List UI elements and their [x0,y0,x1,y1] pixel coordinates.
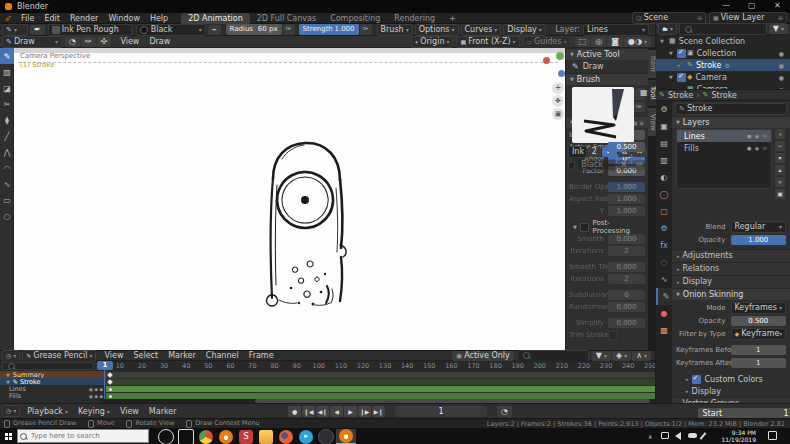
layer-row-lines[interactable]: Lines● ◉ ⊙ [677,130,771,142]
viewport-canvas[interactable]: Camera Perspective (1) Stroke + ✥ ▣ [14,48,565,350]
border-opacity-value[interactable]: 1.000 [608,182,645,192]
overlays-toggle-icon[interactable]: ◎ [591,37,606,47]
taskbar-search[interactable] [17,429,149,443]
start-button[interactable] [5,433,8,436]
view-layer-new-icon[interactable]: ⊞ [778,13,783,23]
mode-dropdown[interactable]: ✎ Draw ▾ [2,36,62,48]
dopesheet-menu-channel[interactable]: Channel [201,351,244,360]
pan-view-icon[interactable]: ✥ [552,95,564,107]
visibility-eye-icon[interactable]: ● [779,62,784,69]
gp-datablock-field[interactable]: ✎ Stroke [675,103,787,115]
smooth-thick-value[interactable]: 0.000 [608,262,645,272]
fill-tool[interactable]: ▨ [0,64,14,80]
brush-id-name[interactable]: Ink Pen Ro.. [568,146,587,158]
popover-options[interactable]: Options▾ [415,24,459,36]
brush-preview[interactable] [572,87,634,143]
properties-tab-world[interactable]: ◯ [656,186,672,203]
viewport-menu-draw[interactable]: Draw [144,37,175,46]
record-button[interactable]: ● [288,406,301,417]
radius-pressure-toggle[interactable]: ✑ [283,24,295,35]
play-button[interactable]: ▶ [344,406,357,417]
iterations-value[interactable]: 2 [608,246,645,256]
gp-toggle-icon-1[interactable]: ◔ [65,37,80,47]
workspace-tab-2d-full-canvas[interactable]: 2D Full Canvas [250,13,323,24]
menu-help[interactable]: Help [145,14,173,23]
workspace-tab-2d-animation[interactable]: 2D Animation [181,13,250,24]
use-preview-range-icon[interactable]: ◔ [497,406,512,417]
zoom-view-icon[interactable]: + [552,82,564,94]
material-pin-icon[interactable]: ✑ [632,160,647,170]
properties-tab-constraints[interactable]: ∿ [656,271,672,288]
move-layer-up-button[interactable]: ▴ [775,165,785,175]
next-keyframe-button[interactable]: ❙▶ [358,406,371,417]
brush-panel-header[interactable]: ▼Brush [566,73,648,85]
keyframe-marker[interactable] [107,372,113,378]
outliner-search-field[interactable] [679,23,767,35]
minimize-button[interactable]: — [722,1,730,10]
polyline-tool[interactable]: ⋀ [0,144,14,160]
jump-end-button[interactable]: ▶❙ [372,406,385,417]
y-value[interactable]: 1.000 [608,206,645,216]
section-adjustments[interactable]: ▸Adjustments [672,249,790,262]
onion-display-row[interactable]: ▸ Display [672,385,790,397]
menu-edit[interactable]: Edit [39,14,65,23]
gp-toggle-icon-3[interactable]: ✣ [97,37,112,47]
visibility-eye-icon[interactable]: ● [779,50,784,57]
keyframe-marker[interactable] [107,379,113,385]
tray-pen-icon[interactable] [700,432,707,439]
stroke-placement-dropdown[interactable]: ⌖ Origin▾ [411,36,454,48]
outliner-row-stroke[interactable]: ▸✎Stroke⚙● [656,59,790,71]
lock-layers-button[interactable]: ▣ [775,189,785,199]
strength-slider[interactable]: Strength 1.000 [299,24,359,35]
iterations-value[interactable]: 2 [608,274,645,284]
dopesheet-body[interactable]: 1020304050607080901001101201301401501601… [0,361,655,403]
playback-menu-marker[interactable]: Marker [144,407,182,416]
keyframe-marker[interactable] [109,388,112,391]
channel-row-stroke[interactable]: ▼✎Stroke [0,378,655,385]
section-display[interactable]: ▸Display [672,275,790,288]
menu-window[interactable]: Window [103,14,145,23]
outliner-row-scene-collection[interactable]: ▼▦Scene Collection [656,35,790,47]
layers-panel-header[interactable]: ▼Layers [672,116,790,128]
radius-slider[interactable]: Radius 60 px [226,24,282,35]
maximize-button[interactable]: ▢ [748,1,756,10]
tray-volume-icon[interactable] [675,432,681,440]
current-frame-badge[interactable]: 1 [97,361,113,370]
channel-row-lines[interactable]: Lines◉ ▪ ▪ [0,385,655,392]
notification-center-icon[interactable] [768,431,777,440]
dopesheet-proportional-icon[interactable]: ∧▾ [632,351,651,361]
close-button[interactable]: ✕ [774,1,781,10]
properties-tab-output[interactable]: ▤ [656,135,672,152]
remove-layer-button[interactable]: − [775,141,785,151]
disclosure-icon[interactable]: ▼ [669,50,677,56]
dopesheet-mode-dropdown[interactable]: ✎ Grease Pencil▾ [22,350,96,362]
collection-checkbox[interactable] [677,49,686,58]
blender-icon[interactable] [216,430,236,444]
simplify-value[interactable]: 0.000 [608,318,645,328]
channel-row-fills[interactable]: Fills◉ ▪ ▪ [0,392,655,399]
brush-material-name[interactable]: Black [577,159,615,171]
properties-tab-tool[interactable]: ⚙ [656,101,672,118]
workspace-tab-compositing[interactable]: Compositing [323,13,387,24]
timeline-editor-type-dropdown[interactable]: ◷▾ [2,405,20,417]
guides-dropdown[interactable]: ⚏ Guides▾ [523,36,571,48]
active-smooth-slider[interactable]: 0.500 [608,142,645,152]
layer-row-fills[interactable]: Fills● ◉ ⊙ [677,142,771,154]
telegram-icon[interactable]: ▸ [296,430,316,444]
channel-band-stroke[interactable] [106,379,655,385]
playback-menu-view[interactable]: View [115,407,144,416]
active-only-toggle[interactable]: ◉Active Only [452,351,514,361]
cutter-tool[interactable]: ✂ [0,96,14,112]
play-reverse-button[interactable]: ◀ [330,406,343,417]
chrome-icon[interactable] [196,430,216,444]
drawing-plane-dropdown[interactable]: ▦ Front (X-Z)▾ [456,36,519,48]
onion-opacity-slider[interactable]: 0.500 [731,316,787,326]
visibility-eye-icon[interactable]: ● [779,74,784,81]
aspect-ratio-x-value[interactable]: 1.000 [608,194,645,204]
gizmos-toggle-icon[interactable]: ⬚ [575,37,591,47]
layer-dropdown[interactable]: Lines ▾ [583,24,649,36]
arc-tool[interactable]: ◠ [0,160,14,176]
curve-tool[interactable]: ∿ [0,176,14,192]
material-field[interactable]: Black ▾ [136,24,206,36]
workspace-tab-rendering[interactable]: Rendering [387,13,442,24]
